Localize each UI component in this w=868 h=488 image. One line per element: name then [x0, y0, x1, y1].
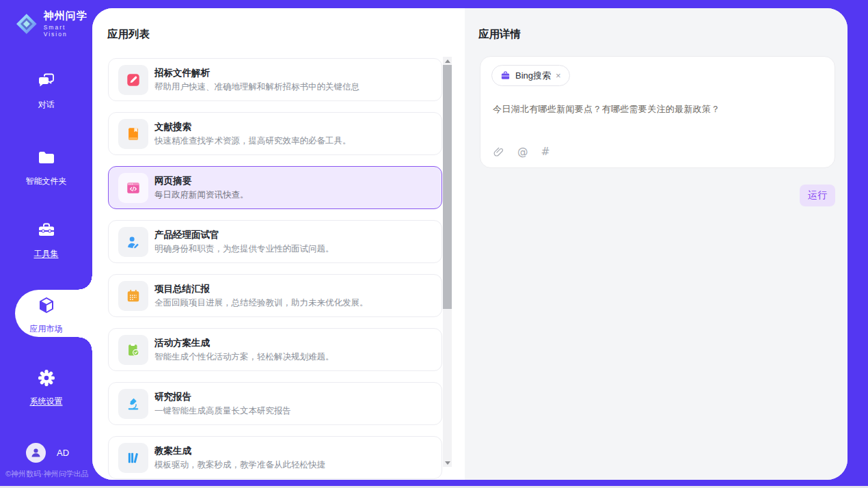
- close-icon[interactable]: ×: [556, 71, 561, 80]
- card-text: 产品经理面试官 明确身份和职责，为您提供专业性的面试问题。: [154, 229, 334, 254]
- nav-fillet-top: [79, 276, 92, 290]
- person-icon: [30, 447, 42, 459]
- query-input[interactable]: 今日湖北有哪些新闻要点？有哪些需要关注的最新政策？: [493, 103, 822, 116]
- card-text: 研究报告 一键智能生成高质量长文本研究报告: [154, 391, 291, 416]
- composer-toolbar: @ #: [493, 146, 550, 158]
- user-name: AD: [57, 448, 69, 458]
- sidebar-item-app-market[interactable]: 应用市场: [0, 295, 92, 335]
- card-title: 网页摘要: [154, 175, 249, 187]
- card-title: 招标文件解析: [154, 67, 360, 79]
- card-title: 产品经理面试官: [154, 229, 334, 241]
- card-text: 活动方案生成 智能生成个性化活动方案，轻松解决规划难题。: [154, 337, 334, 362]
- brand-subtitle: Smart Vision: [44, 24, 92, 38]
- sidebar-item-label: 应用市场: [0, 323, 92, 335]
- sidebar-item-label: 对话: [0, 99, 92, 111]
- app-card-research-report[interactable]: 研究报告 一键智能生成高质量长文本研究报告: [108, 382, 442, 425]
- calendar-icon: [118, 281, 148, 311]
- chat-icon: [36, 71, 57, 92]
- app-card-lesson-plan[interactable]: 教案生成 模板驱动，教案秒成，教学准备从此轻松快捷: [108, 436, 442, 479]
- composer-card: Bing搜索 × 今日湖北有哪些新闻要点？有哪些需要关注的最新政策？ @ #: [480, 56, 835, 168]
- list-scrollbar[interactable]: [443, 57, 452, 467]
- sidebar-item-settings[interactable]: 系统设置: [0, 368, 92, 407]
- clipboard-check-icon: [118, 335, 148, 365]
- run-button[interactable]: 运行: [800, 185, 835, 206]
- interviewer-icon: [118, 227, 148, 257]
- card-text: 文献搜索 快速精准查找学术资源，提高研究效率的必备工具。: [154, 121, 351, 146]
- app-card-bid-analysis[interactable]: 招标文件解析 帮助用户快速、准确地理解和解析招标书中的关键信息: [108, 58, 442, 101]
- app-list-panel: 应用列表 招标文件解析 帮助用户快速、准确地理解和解析招标书中的关键信息: [92, 8, 465, 480]
- card-text: 教案生成 模板驱动，教案秒成，教学准备从此轻松快捷: [154, 445, 325, 470]
- gear-icon: [36, 368, 57, 388]
- brand-logo: 神州问学 Smart Vision: [15, 10, 92, 38]
- card-desc: 每日政府新闻资讯快查。: [154, 189, 249, 200]
- brand-text: 神州问学 Smart Vision: [44, 10, 92, 38]
- microscope-icon: [118, 389, 148, 419]
- scroll-down-button[interactable]: [443, 459, 452, 467]
- card-title: 教案生成: [154, 445, 325, 457]
- sidebar-item-smart-folder[interactable]: 智能文件夹: [0, 148, 92, 187]
- browser-code-icon: [118, 173, 148, 203]
- card-desc: 一键智能生成高质量长文本研究报告: [154, 405, 291, 416]
- card-text: 网页摘要 每日政府新闻资讯快查。: [154, 175, 249, 200]
- copyright-text: ©神州数码·神州问学出品: [5, 469, 92, 479]
- sidebar-item-chat[interactable]: 对话: [0, 71, 92, 111]
- card-desc: 全面回顾项目进展，总结经验教训，助力未来优化发展。: [154, 297, 368, 308]
- sidebar-item-label: 智能文件夹: [0, 176, 92, 187]
- cube-icon: [36, 295, 57, 316]
- book-icon: [118, 119, 148, 149]
- card-desc: 帮助用户快速、准确地理解和解析招标书中的关键信息: [154, 81, 360, 92]
- avatar: [26, 443, 46, 463]
- app-window: 神州问学 Smart Vision 对话 智能文件夹: [0, 0, 868, 486]
- card-title: 研究报告: [154, 391, 291, 403]
- sidebar: 神州问学 Smart Vision 对话 智能文件夹: [0, 0, 92, 480]
- tool-chip-label: Bing搜索: [515, 70, 551, 82]
- card-desc: 模板驱动，教案秒成，教学准备从此轻松快捷: [154, 459, 325, 470]
- scroll-up-button[interactable]: [443, 57, 452, 65]
- card-desc: 快速精准查找学术资源，提高研究效率的必备工具。: [154, 135, 351, 146]
- sidebar-item-toolbox[interactable]: 工具集: [0, 220, 92, 260]
- user-account[interactable]: AD: [26, 443, 69, 463]
- scrollbar-thumb[interactable]: [443, 65, 452, 309]
- card-text: 项目总结汇报 全面回顾项目进展，总结经验教训，助力未来优化发展。: [154, 283, 368, 308]
- app-list-title: 应用列表: [107, 27, 150, 42]
- app-card-web-summary[interactable]: 网页摘要 每日政府新闻资讯快查。: [108, 166, 442, 209]
- sidebar-item-label: 工具集: [0, 248, 92, 260]
- app-detail-title: 应用详情: [478, 27, 521, 42]
- tool-chip-bing-search[interactable]: Bing搜索 ×: [491, 65, 570, 86]
- app-card-list: 招标文件解析 帮助用户快速、准确地理解和解析招标书中的关键信息 文献搜索: [108, 58, 442, 480]
- paperclip-icon[interactable]: [493, 146, 504, 158]
- brand-name: 神州问学: [44, 10, 92, 23]
- at-icon[interactable]: @: [517, 146, 528, 158]
- diamond-logo-icon: [15, 12, 38, 36]
- sidebar-item-label: 系统设置: [0, 396, 92, 407]
- card-title: 活动方案生成: [154, 337, 334, 349]
- card-text: 招标文件解析 帮助用户快速、准确地理解和解析招标书中的关键信息: [154, 67, 360, 92]
- app-detail-panel: 应用详情 Bing搜索 × 今日湖北有哪些新闻要点？有哪些需要关注的最新政策？: [465, 8, 847, 480]
- card-title: 文献搜索: [154, 121, 351, 133]
- scroll-up-icon: [445, 59, 450, 63]
- main-content: 应用列表 招标文件解析 帮助用户快速、准确地理解和解析招标书中的关键信息: [92, 8, 847, 480]
- card-desc: 智能生成个性化活动方案，轻松解决规划难题。: [154, 351, 334, 362]
- briefcase-icon: [500, 70, 511, 81]
- app-card-event-plan[interactable]: 活动方案生成 智能生成个性化活动方案，轻松解决规划难题。: [108, 328, 442, 371]
- card-title: 项目总结汇报: [154, 283, 368, 295]
- edit-square-icon: [118, 65, 148, 95]
- nav-fillet-bottom: [79, 337, 92, 351]
- card-desc: 明确身份和职责，为您提供专业性的面试问题。: [154, 243, 334, 254]
- app-card-literature-search[interactable]: 文献搜索 快速精准查找学术资源，提高研究效率的必备工具。: [108, 112, 442, 155]
- app-card-project-summary[interactable]: 项目总结汇报 全面回顾项目进展，总结经验教训，助力未来优化发展。: [108, 274, 442, 317]
- folder-icon: [36, 148, 57, 168]
- books-icon: [118, 443, 148, 473]
- app-card-pm-interviewer[interactable]: 产品经理面试官 明确身份和职责，为您提供专业性的面试问题。: [108, 220, 442, 263]
- scroll-down-icon: [445, 461, 450, 465]
- hash-icon[interactable]: #: [541, 146, 550, 158]
- toolbox-icon: [36, 220, 57, 241]
